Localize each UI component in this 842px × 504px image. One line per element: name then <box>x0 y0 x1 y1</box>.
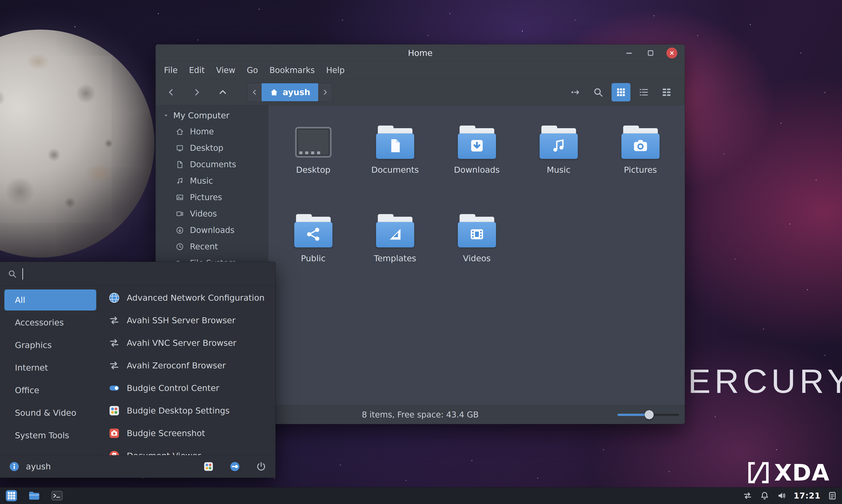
app-grid-icon <box>5 489 18 502</box>
app-list-item[interactable]: Budgie Desktop Settings <box>99 399 276 422</box>
category-item[interactable]: Internet <box>4 357 96 378</box>
search-icon <box>593 87 604 98</box>
down-icon <box>468 137 486 155</box>
category-item[interactable]: All <box>4 289 96 310</box>
app-list-item[interactable]: Advanced Network Configuration <box>99 286 276 309</box>
category-item[interactable]: Sound & Video <box>4 402 96 424</box>
control-center-button[interactable] <box>229 461 241 472</box>
app-label: Avahi Zeroconf Browser <box>127 361 226 370</box>
toggle-icon <box>108 382 120 394</box>
app-list-item[interactable]: Document Viewer <box>99 445 276 455</box>
file-label: Videos <box>463 254 491 263</box>
chevron-right-icon <box>192 87 202 97</box>
chevron-left-icon <box>166 87 176 97</box>
power-button[interactable] <box>255 461 267 472</box>
network-tray-button[interactable] <box>742 490 753 501</box>
compact-view-icon <box>661 87 672 98</box>
menubar-item[interactable]: View <box>211 61 241 79</box>
sidebar-item[interactable]: Recent <box>156 238 268 255</box>
sidebar-item[interactable]: Home <box>156 123 268 140</box>
app-list: Advanced Network Configuration Avahi SSH… <box>99 286 276 455</box>
globe-icon <box>108 292 120 304</box>
maximize-button[interactable] <box>645 47 656 59</box>
terminal-icon <box>51 489 63 502</box>
home-icon <box>269 88 279 97</box>
template-icon <box>386 225 404 244</box>
file-item[interactable]: Downloads <box>436 123 518 212</box>
icon-view-button[interactable] <box>612 83 630 102</box>
sidebar-item[interactable]: Music <box>156 173 268 189</box>
xda-brand-text: XDA <box>774 459 830 486</box>
videos-icon <box>175 210 184 218</box>
menubar-item[interactable]: Go <box>241 61 264 79</box>
volume-tray-button[interactable] <box>776 490 787 501</box>
app-menu: All Accessories Graphics Internet Office <box>0 262 276 478</box>
up-button[interactable] <box>213 83 233 102</box>
category-item[interactable]: Office <box>4 380 96 401</box>
app-list-item[interactable]: Avahi Zeroconf Browser <box>99 354 276 377</box>
app-list-item[interactable]: Avahi VNC Server Browser <box>99 331 276 354</box>
category-item[interactable]: System Tools <box>4 425 96 446</box>
app-list-item[interactable]: Avahi SSH Server Browser <box>99 309 276 331</box>
app-list-item[interactable]: Budgie Screenshot <box>99 422 276 445</box>
avahi-icon <box>108 314 120 326</box>
user-info-button[interactable] <box>8 461 20 472</box>
minimize-button[interactable] <box>624 47 635 59</box>
chevron-left-icon <box>250 88 259 96</box>
category-item[interactable]: Accessories <box>4 312 96 333</box>
compact-view-button[interactable] <box>657 83 676 102</box>
edit-location-button[interactable] <box>566 83 585 102</box>
breadcrumb-current-location[interactable]: ayush <box>262 83 318 101</box>
app-list-item[interactable]: Budgie Control Center <box>99 377 276 399</box>
file-item[interactable]: Videos <box>436 212 518 301</box>
zoom-slider-track[interactable] <box>617 414 679 416</box>
category-label: Accessories <box>15 318 64 327</box>
notifications-tray-button[interactable] <box>759 490 770 501</box>
sidebar-item[interactable]: Downloads <box>156 222 268 238</box>
app-label: Avahi VNC Server Browser <box>127 338 236 348</box>
file-icon <box>293 125 334 160</box>
zoom-slider-knob[interactable] <box>645 410 654 419</box>
file-item[interactable]: Desktop <box>272 123 354 212</box>
breadcrumb-next-button[interactable] <box>318 83 332 101</box>
wallpaper-title-text: ERCURY <box>688 362 842 401</box>
file-item[interactable]: Pictures <box>599 123 681 212</box>
zoom-slider[interactable] <box>617 406 679 424</box>
file-item[interactable]: Public <box>272 212 354 301</box>
files-taskbar-button[interactable] <box>27 489 41 503</box>
menubar-item[interactable]: Help <box>320 61 350 79</box>
desktop-settings-button[interactable] <box>203 461 214 472</box>
sidebar-item[interactable]: Documents <box>156 156 268 173</box>
terminal-taskbar-button[interactable] <box>50 489 64 503</box>
window-titlebar[interactable]: Home <box>156 44 685 61</box>
starfield <box>0 0 1 1</box>
forward-button[interactable] <box>187 83 207 102</box>
category-item[interactable]: Graphics <box>4 335 96 356</box>
clock[interactable]: 17:21 <box>793 491 821 501</box>
back-button[interactable] <box>161 83 181 102</box>
app-launcher-button[interactable] <box>4 489 18 503</box>
file-item[interactable]: Documents <box>354 123 436 212</box>
bell-icon <box>760 491 769 501</box>
sidebar-item[interactable]: Videos <box>156 205 268 222</box>
search-button[interactable] <box>589 83 608 102</box>
file-item[interactable]: Templates <box>354 212 436 301</box>
file-item[interactable]: Music <box>518 123 599 212</box>
menubar-item[interactable]: Bookmarks <box>264 61 320 79</box>
menubar-item[interactable]: Edit <box>183 61 211 79</box>
sidebar-item[interactable]: Desktop <box>156 140 268 156</box>
taskbar: 17:21 <box>0 487 842 504</box>
sidebar-item[interactable]: Pictures <box>156 189 268 205</box>
minimize-icon <box>625 49 634 58</box>
app-search-input[interactable] <box>28 267 268 281</box>
file-label: Music <box>547 165 570 175</box>
breadcrumb-prev-button[interactable] <box>248 83 262 101</box>
menubar-item[interactable]: File <box>158 61 183 79</box>
close-button[interactable] <box>666 48 677 58</box>
list-view-button[interactable] <box>634 83 653 102</box>
sidebar-item-label: Home <box>190 127 214 136</box>
app-label: Budgie Screenshot <box>127 428 205 438</box>
sidebar-section-my-computer[interactable]: My Computer <box>156 108 268 123</box>
notes-tray-button[interactable] <box>827 490 838 501</box>
control-center-icon <box>229 461 240 472</box>
